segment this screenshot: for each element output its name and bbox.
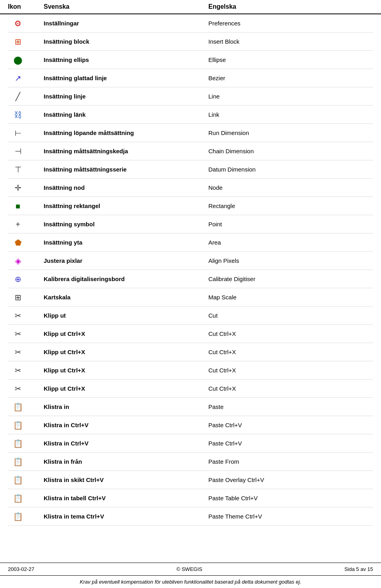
icon-paste-from: 📋: [8, 456, 28, 468]
insert-symbol-icon: +: [12, 218, 24, 230]
table-row: ↗Insättning glattad linjeBezier: [8, 69, 373, 87]
table-row: ✂Klipp ut Ctrl+XCut Ctrl+X: [8, 325, 373, 343]
swedish-paste-ctrlv-2: Klistra in Ctrl+V: [44, 440, 208, 447]
icon-preferences: ⚙: [8, 17, 28, 29]
cut-ctrlx-4-icon: ✂: [12, 383, 24, 395]
icon-run-dimension: ⊢: [8, 127, 28, 139]
swedish-cut-ctrlx-2: Klipp ut Ctrl+X: [44, 349, 208, 355]
swedish-paste-ctrlv-1: Klistra in Ctrl+V: [44, 422, 208, 428]
icon-cut-ctrlx-2: ✂: [8, 346, 28, 358]
table-row: ■Insättning rektangelRectangle: [8, 197, 373, 215]
icon-cut: ✂: [8, 310, 28, 322]
icon-align-pixels: ◈: [8, 255, 28, 267]
swedish-calibrate-digitiser: Kalibrera digitaliseringsbord: [44, 276, 208, 282]
table-row: 📋Klistra in tema Ctrl+VPaste Theme Ctrl+…: [8, 507, 373, 526]
english-paste-ctrlv-1: Paste Ctrl+V: [208, 422, 373, 428]
english-insert-link: Link: [208, 111, 373, 118]
footer-page: Sida 5 av 15: [344, 566, 373, 572]
table-row: ✂Klipp ut Ctrl+XCut Ctrl+X: [8, 343, 373, 361]
insert-link-icon: ⛓: [12, 109, 24, 121]
insert-node-icon: ✛: [12, 182, 24, 194]
english-insert-ellipse: Ellipse: [208, 56, 373, 63]
swedish-insert-area: Insättning yta: [44, 239, 208, 246]
insert-line-icon: ╱: [12, 91, 24, 102]
header-icon: Ikon: [8, 3, 44, 10]
icon-paste: 📋: [8, 401, 28, 413]
english-insert-symbol: Point: [208, 221, 373, 227]
swedish-chain-dimension: Insättning måttsättningskedja: [44, 148, 208, 154]
insert-bezier-icon: ↗: [12, 72, 24, 84]
header-english: Engelska: [208, 3, 373, 10]
swedish-paste-from: Klistra in från: [44, 458, 208, 465]
english-paste-overlay: Paste Overlay Ctrl+V: [208, 476, 373, 483]
run-dimension-icon: ⊢: [12, 127, 24, 139]
english-datum-dimension: Datum Dimension: [208, 166, 373, 173]
table-header: Ikon Svenska Engelska: [0, 0, 381, 14]
swedish-preferences: Inställningar: [44, 20, 208, 27]
paste-table-icon: 📋: [12, 492, 24, 504]
icon-insert-link: ⛓: [8, 109, 28, 121]
icon-datum-dimension: ⊤: [8, 164, 28, 175]
preferences-icon: ⚙: [12, 17, 24, 29]
cut-ctrlx-2-icon: ✂: [12, 346, 24, 358]
swedish-insert-rectangle: Insättning rektangel: [44, 202, 208, 209]
icon-map-scale: ⊞: [8, 291, 28, 303]
table-row: 📋Klistra inPaste: [8, 398, 373, 416]
icon-insert-block: ⊞: [8, 36, 28, 48]
table-row: ⊞Insättning blockInsert Block: [8, 33, 373, 51]
paste-icon: 📋: [12, 401, 24, 413]
english-calibrate-digitiser: Calibrate Digitiser: [208, 276, 373, 282]
footer-copyright: © SWEGIS: [177, 566, 202, 572]
icon-insert-rectangle: ■: [8, 200, 28, 212]
swedish-paste: Klistra in: [44, 403, 208, 410]
paste-overlay-icon: 📋: [12, 474, 24, 486]
table-row: ╱Insättning linjeLine: [8, 87, 373, 106]
icon-cut-ctrlx-3: ✂: [8, 364, 28, 376]
swedish-insert-bezier: Insättning glattad linje: [44, 75, 208, 81]
icon-paste-overlay: 📋: [8, 474, 28, 486]
swedish-paste-theme: Klistra in tema Ctrl+V: [44, 513, 208, 520]
icon-insert-ellipse: ⬤: [8, 54, 28, 66]
table-row: ✂Klipp ut Ctrl+XCut Ctrl+X: [8, 361, 373, 380]
cut-icon: ✂: [12, 310, 24, 322]
icon-paste-ctrlv-2: 📋: [8, 438, 28, 449]
insert-ellipse-icon: ⬤: [12, 54, 24, 66]
paste-theme-icon: 📋: [12, 511, 24, 522]
swedish-cut-ctrlx-3: Klipp ut Ctrl+X: [44, 367, 208, 374]
english-preferences: Preferences: [208, 20, 373, 27]
english-paste-theme: Paste Theme Ctrl+V: [208, 513, 373, 520]
table-row: ✛Insättning nodNode: [8, 179, 373, 197]
english-cut-ctrlx-4: Cut Ctrl+X: [208, 385, 373, 392]
english-map-scale: Map Scale: [208, 294, 373, 301]
footer: 2003-02-27 © SWEGIS Sida 5 av 15: [0, 563, 381, 575]
english-insert-block: Insert Block: [208, 38, 373, 45]
table-row: ⬤Insättning ellipsEllipse: [8, 51, 373, 69]
icon-cut-ctrlx-4: ✂: [8, 383, 28, 395]
swedish-paste-table: Klistra in tabell Ctrl+V: [44, 495, 208, 501]
swedish-insert-symbol: Insättning symbol: [44, 221, 208, 227]
datum-dimension-icon: ⊤: [12, 164, 24, 175]
footer-date: 2003-02-27: [8, 566, 35, 572]
icon-paste-theme: 📋: [8, 511, 28, 522]
table-body: ⚙InställningarPreferences⊞Insättning blo…: [0, 14, 381, 563]
cut-ctrlx-1-icon: ✂: [12, 328, 24, 340]
english-insert-node: Node: [208, 184, 373, 191]
swedish-map-scale: Kartskala: [44, 294, 208, 301]
bottom-note: Krav på eventuell kompensation för utebl…: [0, 575, 381, 588]
insert-block-icon: ⊞: [12, 36, 24, 48]
icon-insert-line: ╱: [8, 91, 28, 102]
table-row: +Insättning symbolPoint: [8, 215, 373, 233]
english-chain-dimension: Chain Dimension: [208, 148, 373, 154]
table-row: ⊕Kalibrera digitaliseringsbordCalibrate …: [8, 270, 373, 288]
table-row: ⊣Insättning måttsättningskedjaChain Dime…: [8, 142, 373, 160]
swedish-insert-node: Insättning nod: [44, 184, 208, 191]
icon-insert-bezier: ↗: [8, 72, 28, 84]
table-row: ⊤Insättning måttsättningsserieDatum Dime…: [8, 160, 373, 179]
english-insert-rectangle: Rectangle: [208, 202, 373, 209]
icon-insert-symbol: +: [8, 218, 28, 230]
table-row: ⊢Insättning löpande måttsättningRun Dime…: [8, 124, 373, 142]
swedish-paste-overlay: Klistra in skikt Ctrl+V: [44, 476, 208, 483]
table-row: 📋Klistra in frånPaste From: [8, 453, 373, 471]
swedish-insert-link: Insättning länk: [44, 111, 208, 118]
english-cut-ctrlx-1: Cut Ctrl+X: [208, 330, 373, 337]
